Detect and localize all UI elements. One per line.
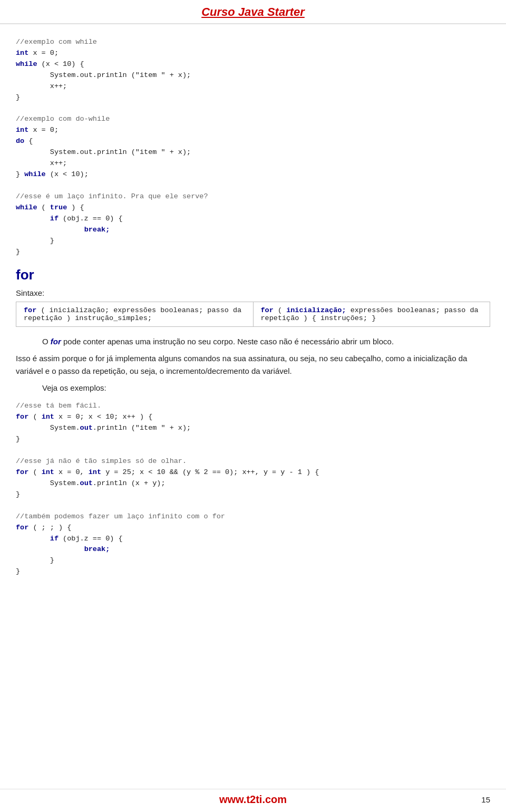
page-title: Curso Java Starter	[201, 5, 305, 18]
prose-p2: Isso é assim porque o for já implementa …	[16, 352, 490, 378]
prose-p1: O for pode conter apenas uma instrução n…	[16, 335, 490, 348]
sintaxe-table: for ( inicialização; expressões booleana…	[16, 302, 490, 327]
for-inline-kw: for	[51, 337, 61, 346]
page-footer: www.t2ti.com 15	[0, 789, 506, 812]
sintaxe-label: Sintaxe:	[16, 288, 490, 297]
footer-page-number: 15	[474, 795, 490, 804]
for-section-heading: for	[16, 267, 490, 283]
while-code-block: //exemplo com while int x = 0; while (x …	[16, 37, 490, 257]
for-code-block: //esse tá bem fácil. for ( int x = 0; x …	[16, 401, 490, 577]
prose-veja: Veja os exemplos:	[16, 382, 490, 394]
sintaxe-right-cell: for ( inicialização; expressões booleana…	[253, 302, 490, 327]
sintaxe-left-cell: for ( inicialização; expressões booleana…	[16, 302, 254, 327]
footer-url: www.t2ti.com	[32, 794, 474, 806]
main-content: //exemplo com while int x = 0; while (x …	[0, 24, 506, 612]
page-header: Curso Java Starter	[0, 0, 506, 24]
